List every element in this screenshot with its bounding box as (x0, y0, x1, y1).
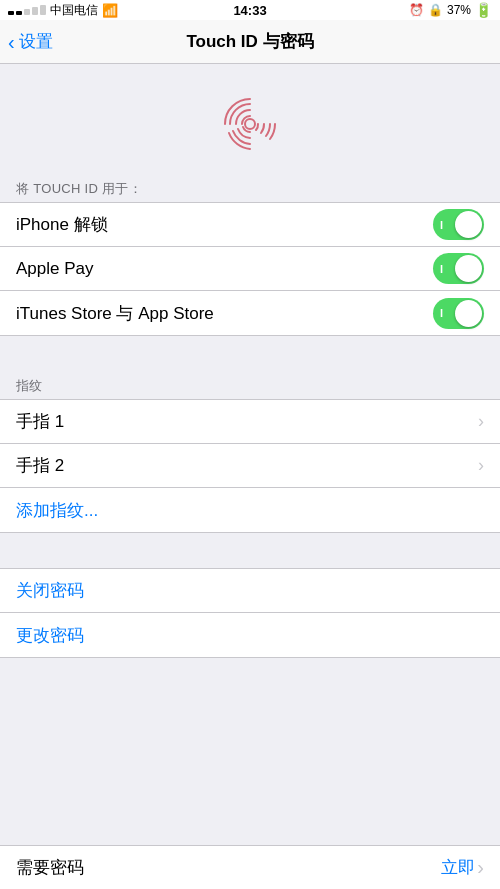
change-passcode-label: 更改密码 (16, 624, 84, 647)
itunes-appstore-label: iTunes Store 与 App Store (16, 302, 214, 325)
require-passcode-action-label: 立即 (441, 856, 475, 879)
page-title: Touch ID 与密码 (186, 30, 313, 53)
apple-pay-toggle[interactable]: I (433, 253, 484, 284)
finger-1-item[interactable]: 手指 1 › (0, 400, 500, 444)
alarm-icon: ⏰ (409, 3, 424, 17)
fingerprint-icon (220, 94, 280, 154)
status-right: ⏰ 🔒 37% 🔋 (409, 2, 492, 18)
signal-icon (8, 5, 46, 15)
password-actions-group: 关闭密码 更改密码 (0, 568, 500, 658)
spacer-3 (0, 658, 500, 858)
fingerprint-section (0, 64, 500, 174)
require-passcode-label: 需要密码 (16, 856, 84, 879)
lock-icon: 🔒 (428, 3, 443, 17)
touch-id-section-header: 将 TOUCH ID 用于： (0, 174, 500, 202)
battery-label: 37% (447, 3, 471, 17)
turn-off-passcode-item[interactable]: 关闭密码 (0, 569, 500, 613)
iphone-unlock-toggle[interactable]: I (433, 209, 484, 240)
status-time: 14:33 (233, 3, 266, 18)
itunes-appstore-toggle[interactable]: I (433, 298, 484, 329)
finger-2-chevron-icon: › (478, 455, 484, 476)
svg-point-0 (245, 119, 255, 129)
fingerprints-section-header: 指纹 (0, 371, 500, 399)
add-fingerprint-label: 添加指纹... (16, 499, 98, 522)
bottom-bar: 需要密码 立即 › (0, 845, 500, 889)
require-passcode-chevron-icon: › (477, 856, 484, 879)
add-fingerprint-item[interactable]: 添加指纹... (0, 488, 500, 532)
fingerprints-group: 手指 1 › 手指 2 › 添加指纹... (0, 399, 500, 533)
finger-1-chevron-icon: › (478, 411, 484, 432)
status-bar: 中国电信 📶 14:33 ⏰ 🔒 37% 🔋 (0, 0, 500, 20)
back-button[interactable]: ‹ 设置 (8, 30, 53, 53)
change-passcode-item[interactable]: 更改密码 (0, 613, 500, 657)
finger-2-label: 手指 2 (16, 454, 64, 477)
spacer-1 (0, 336, 500, 371)
back-chevron-icon: ‹ (8, 32, 15, 52)
spacer-2 (0, 533, 500, 568)
touch-id-toggles-group: iPhone 解锁 I Apple Pay I iTunes Store 与 A… (0, 202, 500, 336)
wifi-icon: 📶 (102, 3, 118, 18)
back-label: 设置 (19, 30, 53, 53)
iphone-unlock-label: iPhone 解锁 (16, 213, 108, 236)
carrier-label: 中国电信 (50, 2, 98, 19)
status-left: 中国电信 📶 (8, 2, 118, 19)
turn-off-passcode-label: 关闭密码 (16, 579, 84, 602)
apple-pay-item: Apple Pay I (0, 247, 500, 291)
finger-2-item[interactable]: 手指 2 › (0, 444, 500, 488)
finger-1-label: 手指 1 (16, 410, 64, 433)
apple-pay-label: Apple Pay (16, 259, 94, 279)
iphone-unlock-item: iPhone 解锁 I (0, 203, 500, 247)
require-passcode-action[interactable]: 立即 › (441, 856, 484, 879)
itunes-appstore-item: iTunes Store 与 App Store I (0, 291, 500, 335)
battery-icon: 🔋 (475, 2, 492, 18)
nav-bar: ‹ 设置 Touch ID 与密码 (0, 20, 500, 64)
